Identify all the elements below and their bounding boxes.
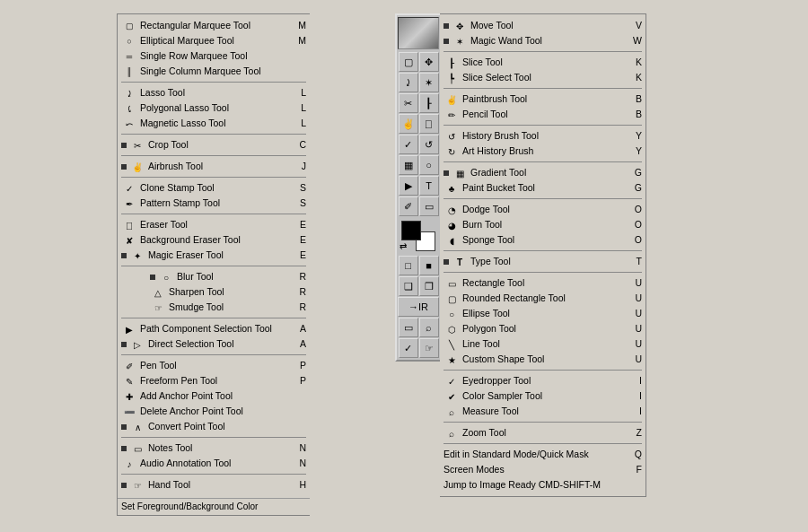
jump-to-imageready[interactable]: Jump to Image Ready CMD-SHIFT-M [440,477,646,493]
paint-bucket-tool[interactable]: ♣ Paint Bucket Tool G [440,180,646,196]
airbrush-bullet [121,164,127,170]
tb-quickmask-mode-btn[interactable]: ■ [419,256,439,275]
toolbar-preview [398,17,439,49]
notes-tool[interactable]: ▭ Notes Tool N [118,440,310,456]
smudge-tool[interactable]: ☞ Smudge Tool R [118,300,310,315]
bg-eraser-tool[interactable]: ✘ Background Eraser Tool E [118,232,310,248]
eyedropper-tool[interactable]: ✓ Eyedropper Tool I [440,373,646,388]
tb-row-mode: □ ■ [399,256,439,275]
tb-type-btn[interactable]: T [419,176,439,196]
crop-bullet [121,143,127,148]
magic-eraser-icon: ✦ [129,249,145,262]
magnetic-lasso-tool[interactable]: ⤺ Magnetic Lasso Tool L [118,116,310,131]
rounded-rect-tool[interactable]: ▢ Rounded Rectangle Tool U [440,291,646,306]
single-row-marquee-tool[interactable]: ═ Single Row Marquee Tool [118,48,310,64]
fg-color-swatch[interactable] [401,221,421,240]
tb-notes-btn[interactable]: ▭ [399,318,418,337]
pencil-icon: ✏ [444,109,460,121]
move-tool[interactable]: ✥ Move Tool V [440,18,646,33]
sharpen-tool[interactable]: △ Sharpen Tool R [118,284,310,300]
hand-tool[interactable]: ☞ Hand Tool H [118,477,310,493]
screen-modes[interactable]: Screen Modes F [440,462,646,477]
pen-tool[interactable]: ✐ Pen Tool P [118,358,310,373]
custom-shape-tool[interactable]: ★ Custom Shape Tool U [440,352,646,367]
freeform-pen-tool[interactable]: ✎ Freeform Pen Tool P [118,373,310,388]
history-brush-tool[interactable]: ↺ History Brush Tool Y [440,128,646,144]
edit-standard-mode[interactable]: Edit in Standard Mode/Quick Mask Q [440,447,646,462]
crop-tool[interactable]: ✂ Crop Tool C [118,137,310,153]
elliptical-marquee-tool[interactable]: ○ Elliptical Marquee Tool M [118,33,310,48]
convert-point-icon: ∧ [129,421,145,433]
tb-move-btn[interactable]: ✥ [419,52,439,72]
burn-tool[interactable]: ◕ Burn Tool O [440,217,646,232]
clone-stamp-tool[interactable]: ✓ Clone Stamp Tool S [118,180,310,196]
polygonal-lasso-tool[interactable]: ⤹ Polygonal Lasso Tool L [118,100,310,116]
tb-shape-btn[interactable]: ▭ [419,196,439,216]
paintbrush-icon: ✌ [444,93,460,106]
airbrush-tool[interactable]: ✌ Airbrush Tool J [118,159,310,174]
tb-hist-btn[interactable]: ↺ [419,135,439,154]
polygon-tool[interactable]: ⬡ Polygon Tool U [440,321,646,336]
magic-wand-tool[interactable]: ✶ Magic Wand Tool W [440,33,646,48]
tb-screen2-btn[interactable]: ❒ [419,276,439,296]
tb-stamp-btn[interactable]: ✓ [399,135,418,154]
type-bullet [444,259,449,265]
tb-path-btn[interactable]: ▶ [399,176,418,196]
rectangular-marquee-icon: ▢ [121,20,137,32]
eraser-tool[interactable]: ⎕ Eraser Tool E [118,217,310,232]
line-tool[interactable]: ╲ Line Tool U [440,336,646,352]
type-tool[interactable]: T Type Tool T [440,254,646,269]
pencil-tool[interactable]: ✏ Pencil Tool B [440,107,646,122]
color-sampler-tool[interactable]: ✔ Color Sampler Tool I [440,388,646,404]
paintbrush-tool[interactable]: ✌ Paintbrush Tool B [440,92,646,107]
tb-crop-btn[interactable]: ✂ [399,93,418,113]
measure-tool[interactable]: ⌕ Measure Tool I [440,404,646,419]
gradient-tool[interactable]: ▦ Gradient Tool G [440,165,646,180]
art-history-brush-tool[interactable]: ↻ Art History Brush Y [440,144,646,159]
sponge-tool[interactable]: ◖ Sponge Tool O [440,232,646,248]
pattern-stamp-tool[interactable]: ✒ Pattern Stamp Tool S [118,196,310,211]
tb-eyedrop-btn[interactable]: ✓ [399,338,418,358]
convert-point-tool[interactable]: ∧ Convert Point Tool [118,419,310,434]
direct-selection-tool[interactable]: ▷ Direct Selection Tool A [118,336,310,352]
crop-icon: ✂ [129,139,145,152]
rectangular-marquee-tool[interactable]: ▢ Rectangular Marquee Tool M [118,18,310,33]
tb-lasso-btn[interactable]: ⤸ [399,73,418,92]
tb-wand-btn[interactable]: ✶ [419,73,439,92]
zoom-tool[interactable]: ⌕ Zoom Tool Z [440,425,646,440]
magic-eraser-tool[interactable]: ✦ Magic Eraser Tool E [118,248,310,263]
pen-icon: ✐ [121,360,137,372]
tb-jump-btn[interactable]: →IR [398,297,439,317]
delete-anchor-tool[interactable]: ➖ Delete Anchor Point Tool [118,404,310,419]
tb-slice-btn[interactable]: ┠ [419,93,439,113]
magic-eraser-bullet [121,253,127,258]
lasso-tool[interactable]: ⤸ Lasso Tool L [118,85,310,100]
audio-annotation-tool[interactable]: ♪ Audio Annotation Tool N [118,456,310,471]
slice-select-tool[interactable]: ┡ Slice Select Tool K [440,70,646,85]
eraser-icon: ⎕ [121,219,137,231]
flyout-left-panel: ▢ Rectangular Marquee Tool M ○ Elliptica… [117,13,310,516]
swap-colors-btn[interactable]: ⇄ [400,241,407,251]
tb-airbrush-btn[interactable]: ✌ [399,114,418,134]
tb-pen-btn[interactable]: ✐ [399,196,418,216]
measure-icon: ⌕ [444,406,460,418]
tb-standard-mode-btn[interactable]: □ [399,256,418,275]
path-component-tool[interactable]: ▶ Path Component Selection Tool A [118,321,310,336]
ellipse-tool[interactable]: ○ Ellipse Tool U [440,306,646,321]
slice-tool[interactable]: ┠ Slice Tool K [440,55,646,70]
tb-gradient-btn[interactable]: ▦ [399,155,418,175]
tb-screen1-btn[interactable]: ❑ [399,276,418,296]
tb-zoom-tb-btn[interactable]: ⌕ [419,318,439,337]
rectangle-tool[interactable]: ▭ Rectangle Tool U [440,275,646,291]
blur-tool[interactable]: ○ Blur Tool R [118,269,310,284]
tb-marquee-btn[interactable]: ▢ [399,52,418,72]
tb-eraser-btn[interactable]: ⎕ [419,114,439,134]
tb-hand-tb-btn[interactable]: ☞ [419,338,439,358]
single-col-marquee-tool[interactable]: ║ Single Column Marquee Tool [118,64,310,79]
tb-row-1: ▢ ✥ [399,52,439,72]
sharpen-icon: △ [150,286,166,299]
ellipse-tool-icon: ○ [444,308,460,320]
add-anchor-tool[interactable]: ✚ Add Anchor Point Tool [118,388,310,404]
dodge-tool[interactable]: ◔ Dodge Tool O [440,202,646,217]
tb-blur-btn[interactable]: ○ [419,155,439,175]
